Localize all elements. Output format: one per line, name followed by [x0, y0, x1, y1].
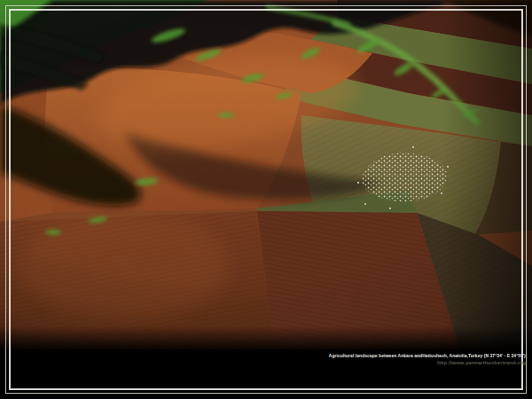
- desktop-wallpaper: Agricultural landscape between Ankara an…: [0, 0, 532, 399]
- aerial-photo-illustration: [0, 0, 532, 399]
- photo-area: [0, 0, 532, 352]
- caption-url: http://www.yannarthusbertrand.org: [286, 359, 526, 366]
- caption-text: Agricultural landscape between Ankara an…: [329, 352, 526, 359]
- photo-caption: Agricultural landscape between Ankara an…: [286, 352, 526, 366]
